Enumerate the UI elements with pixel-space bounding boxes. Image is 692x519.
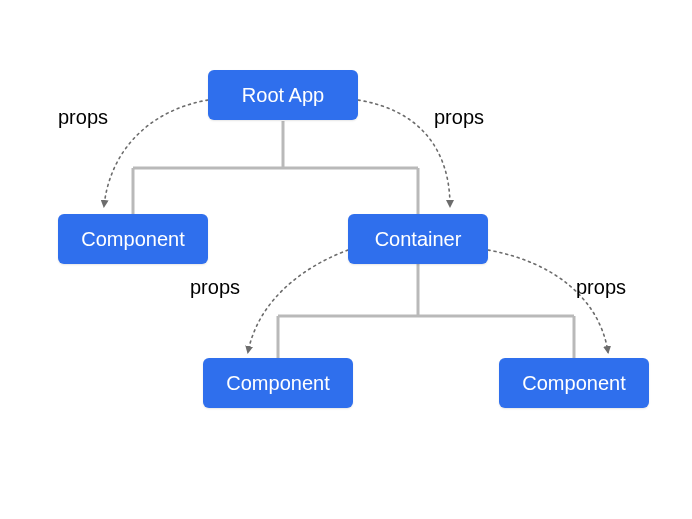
label-props-top-left: props	[58, 106, 108, 129]
diagram-stage: Root App Component Container Component C…	[0, 0, 692, 519]
node-component-bottom-left: Component	[203, 358, 353, 408]
node-root-app: Root App	[208, 70, 358, 120]
label-props-top-right: props	[434, 106, 484, 129]
label-props-bottom-left: props	[190, 276, 240, 299]
node-component-bottom-right: Component	[499, 358, 649, 408]
node-component-left: Component	[58, 214, 208, 264]
node-container: Container	[348, 214, 488, 264]
label-props-bottom-right: props	[576, 276, 626, 299]
